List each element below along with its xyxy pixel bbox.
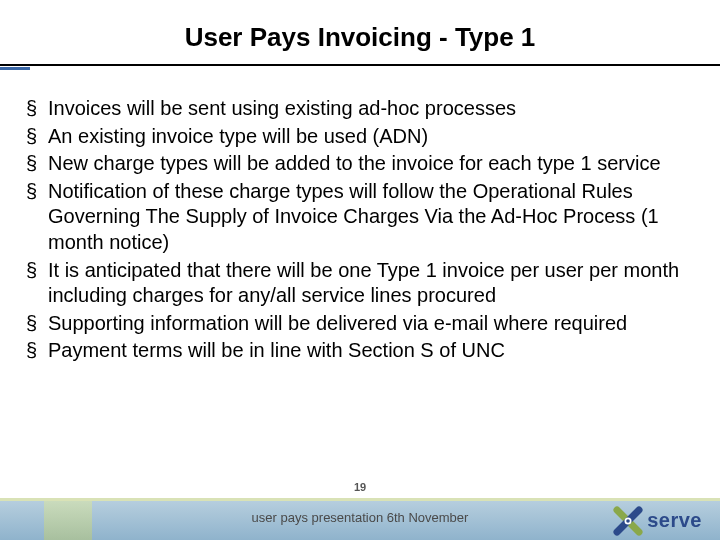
footer: user pays presentation 6th November serv… (0, 498, 720, 540)
brand-logo: serve (613, 501, 702, 540)
top-accent (0, 67, 30, 70)
logo-x-icon (613, 506, 643, 536)
slide-title: User Pays Invoicing - Type 1 (0, 0, 720, 61)
logo-text: serve (647, 509, 702, 532)
list-item: An existing invoice type will be used (A… (26, 124, 694, 150)
footer-text: user pays presentation 6th November (0, 510, 720, 525)
page-number: 19 (0, 481, 720, 493)
list-item: Payment terms will be in line with Secti… (26, 338, 694, 364)
slide: User Pays Invoicing - Type 1 Invoices wi… (0, 0, 720, 540)
list-item: New charge types will be added to the in… (26, 151, 694, 177)
bullet-list: Invoices will be sent using existing ad-… (26, 96, 694, 364)
list-item: Supporting information will be delivered… (26, 311, 694, 337)
list-item: Notification of these charge types will … (26, 179, 694, 256)
title-underline (0, 64, 720, 66)
list-item: Invoices will be sent using existing ad-… (26, 96, 694, 122)
svg-point-1 (626, 519, 630, 523)
slide-body: Invoices will be sent using existing ad-… (26, 96, 694, 366)
list-item: It is anticipated that there will be one… (26, 258, 694, 309)
